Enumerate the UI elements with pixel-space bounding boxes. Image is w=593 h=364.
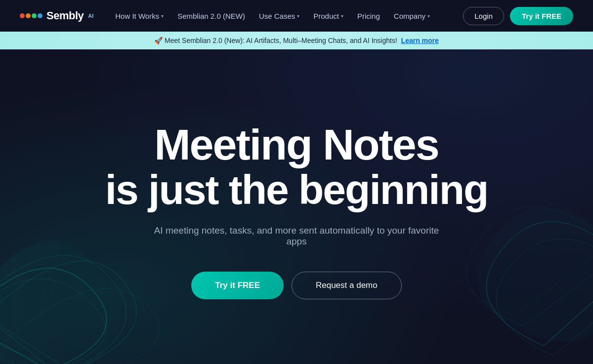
logo-dots <box>20 13 42 18</box>
logo-dot-blue <box>38 13 42 18</box>
nav-use-cases[interactable]: Use Cases ▾ <box>253 8 305 24</box>
announcement-banner: 🚀 Meet Semblian 2.0 (New): AI Artifacts,… <box>0 32 593 49</box>
nav-pricing[interactable]: Pricing <box>351 8 386 24</box>
hero-title: Meeting Notes is just the beginning <box>105 122 488 211</box>
nav-links: How It Works ▾ Semblian 2.0 (NEW) Use Ca… <box>109 8 436 24</box>
logo-name: Sembly <box>46 9 84 22</box>
nav-right: Login Try it FREE <box>463 7 573 25</box>
login-button[interactable]: Login <box>463 7 504 25</box>
chevron-down-icon: ▾ <box>341 13 343 19</box>
nav-semblian-2[interactable]: Semblian 2.0 (NEW) <box>171 8 251 24</box>
nav-try-free-button[interactable]: Try it FREE <box>510 7 573 25</box>
chevron-down-icon: ▾ <box>427 13 430 19</box>
announcement-learn-more-link[interactable]: Learn more <box>401 37 439 44</box>
logo-dot-red <box>20 13 25 18</box>
nav-product[interactable]: Product ▾ <box>307 8 349 24</box>
navbar: SemblyAI How It Works ▾ Semblian 2.0 (NE… <box>0 0 593 32</box>
logo-dot-green <box>32 13 37 18</box>
logo[interactable]: SemblyAI <box>20 9 93 22</box>
hero-try-free-button[interactable]: Try it FREE <box>191 272 284 299</box>
nav-left: SemblyAI How It Works ▾ Semblian 2.0 (NE… <box>20 8 436 24</box>
hero-subtitle: AI meeting notes, tasks, and more sent a… <box>148 225 445 247</box>
announcement-body: Meet Semblian 2.0 (New): AI Artifacts, M… <box>165 37 397 44</box>
hero-request-demo-button[interactable]: Request a demo <box>292 272 402 299</box>
hero-cta-group: Try it FREE Request a demo <box>191 272 401 299</box>
nav-company[interactable]: Company ▾ <box>388 8 436 24</box>
chevron-down-icon: ▾ <box>297 13 299 19</box>
logo-dot-orange <box>26 13 31 18</box>
hero-section: Meeting Notes is just the beginning AI m… <box>0 49 593 362</box>
nav-how-it-works[interactable]: How It Works ▾ <box>109 8 169 24</box>
chevron-down-icon: ▾ <box>161 13 164 19</box>
announcement-icon: 🚀 <box>154 37 163 44</box>
logo-ai-suffix: AI <box>88 13 93 19</box>
